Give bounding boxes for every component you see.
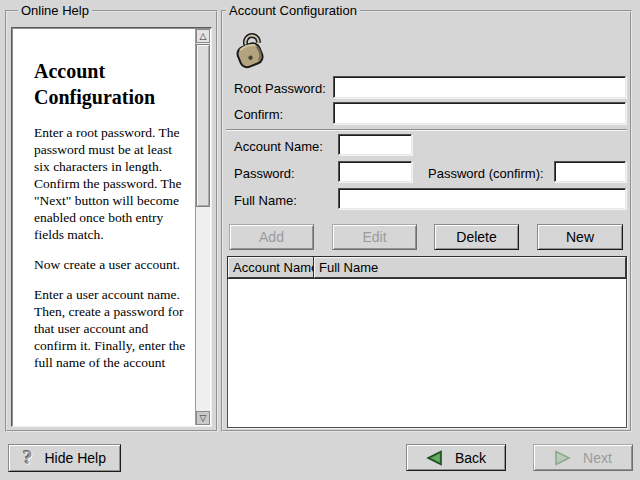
question-mark-icon: ?: [23, 449, 33, 467]
scrollbar-thumb[interactable]: [196, 44, 210, 207]
padlock-icon: [230, 32, 268, 72]
password-label: Password:: [234, 166, 295, 182]
help-paragraph: Now create a user account.: [34, 256, 189, 273]
confirm-password-input[interactable]: [333, 102, 626, 124]
column-header-account-name[interactable]: Account Name: [228, 257, 314, 278]
help-text: Account Configuration Enter a root passw…: [12, 28, 195, 426]
online-help-frame: Online Help Account Configuration Enter …: [5, 10, 218, 432]
online-help-frame-label: Online Help: [18, 3, 92, 19]
edit-button[interactable]: Edit: [332, 224, 417, 250]
new-button[interactable]: New: [537, 224, 623, 250]
add-button[interactable]: Add: [229, 224, 314, 250]
help-paragraph: Enter a root password. The password must…: [34, 124, 189, 243]
password-confirm-label: Password (confirm):: [428, 166, 544, 182]
back-arrow-icon: [426, 450, 443, 466]
account-configuration-frame-label: Account Configuration: [226, 3, 360, 19]
hide-help-label: Hide Help: [45, 450, 106, 466]
back-label: Back: [455, 450, 486, 466]
accounts-table-body[interactable]: [228, 278, 626, 427]
next-label: Next: [583, 450, 612, 466]
scroll-down-icon[interactable]: ▽: [196, 411, 210, 425]
column-header-full-name[interactable]: Full Name: [314, 257, 626, 278]
section-divider: [226, 129, 627, 131]
password-input[interactable]: [338, 161, 412, 182]
accounts-table[interactable]: Account Name Full Name: [227, 256, 627, 428]
help-paragraph: Enter a user account name. Then, create …: [34, 286, 189, 371]
root-password-label: Root Password:: [234, 81, 326, 97]
accounts-table-header: Account Name Full Name: [228, 257, 626, 278]
password-confirm-input[interactable]: [554, 161, 626, 182]
next-button[interactable]: Next: [533, 444, 633, 471]
full-name-input[interactable]: [338, 188, 626, 209]
help-scrollbar[interactable]: △ ▽: [195, 29, 210, 425]
root-password-input[interactable]: [333, 76, 626, 98]
confirm-label: Confirm:: [234, 107, 283, 123]
scroll-up-icon[interactable]: △: [196, 29, 210, 43]
delete-button[interactable]: Delete: [434, 224, 519, 250]
account-name-label: Account Name:: [234, 139, 323, 155]
back-button[interactable]: Back: [406, 444, 506, 471]
hide-help-button[interactable]: ? Hide Help: [8, 444, 121, 472]
help-viewport: Account Configuration Enter a root passw…: [11, 27, 212, 427]
help-title: Account Configuration: [34, 58, 189, 110]
full-name-label: Full Name:: [234, 193, 297, 209]
account-name-input[interactable]: [338, 134, 412, 155]
account-configuration-frame: Account Configuration Root Password: Con…: [221, 10, 632, 432]
next-arrow-icon: [554, 450, 571, 466]
